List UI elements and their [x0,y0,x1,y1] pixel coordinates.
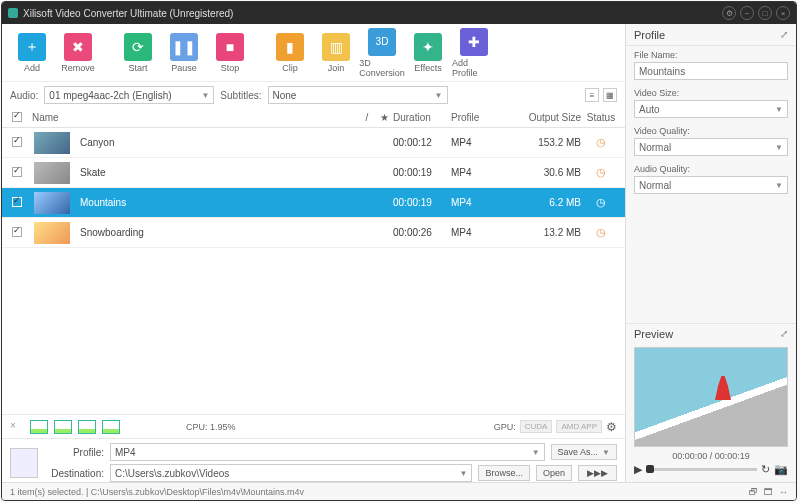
audio-quality-label: Audio Quality: [634,164,788,174]
cuda-badge[interactable]: CUDA [520,420,553,433]
3d-conversion-button[interactable]: 3D3D Conversion [360,28,404,78]
cpu-label: CPU: 1.95% [186,422,236,432]
cpu-spark [30,420,48,434]
row-checkbox[interactable] [12,137,22,147]
table-row[interactable]: Snowboarding 00:00:26 MP4 13.2 MB ◷ [2,218,625,248]
preview-slider[interactable] [646,468,757,471]
col-slash: / [359,112,375,123]
preview-image [634,347,788,447]
row-checkbox[interactable] [12,227,22,237]
audio-quality-dropdown[interactable]: Normal▼ [634,176,788,194]
cpu-spark [54,420,72,434]
video-size-dropdown[interactable]: Auto▼ [634,100,788,118]
table-row[interactable]: Skate 00:00:19 MP4 30.6 MB ◷ [2,158,625,188]
loop-icon[interactable]: ↻ [761,463,770,476]
profile-icon [10,448,38,478]
video-quality-label: Video Quality: [634,126,788,136]
expand-icon[interactable]: ⤢ [780,29,788,40]
filter-row: Audio: 01 mpeg4aac-2ch (English)▼ Subtit… [2,82,625,108]
file-list: Canyon 00:00:12 MP4 153.2 MB ◷ Skate 00:… [2,128,625,414]
col-profile[interactable]: Profile [451,112,521,123]
pause-button[interactable]: ❚❚Pause [162,33,206,73]
preview-time: 00:00:00 / 00:00:19 [626,451,796,461]
output-bar: Profile: MP4▼ Save As...▼ Destination: C… [2,438,625,482]
convert-big-button[interactable]: ▶▶▶ [578,465,617,481]
select-all-checkbox[interactable] [12,112,22,122]
browse-button[interactable]: Browse... [478,465,530,481]
status-bar: 1 item(s) selected. | C:\Users\s.zubkov\… [2,482,796,500]
file-name-label: File Name: [634,50,788,60]
row-checkbox[interactable] [12,197,22,207]
maximize-button[interactable]: □ [758,6,772,20]
clock-icon: ◷ [596,166,606,178]
clock-icon: ◷ [596,136,606,148]
col-star[interactable]: ★ [375,112,393,123]
status-icon[interactable]: 🗖 [764,487,773,497]
minimize-button[interactable]: − [740,6,754,20]
settings-window-button[interactable]: ⚙ [722,6,736,20]
open-button[interactable]: Open [536,465,572,481]
amd-badge[interactable]: AMD APP [556,420,602,433]
save-as-button[interactable]: Save As...▼ [551,444,617,460]
clip-button[interactable]: ▮Clip [268,33,312,73]
remove-button[interactable]: ✖Remove [56,33,100,73]
table-row[interactable]: Canyon 00:00:12 MP4 153.2 MB ◷ [2,128,625,158]
titlebar: Xilisoft Video Converter Ultimate (Unreg… [2,2,796,24]
list-header: Name / ★ Duration Profile Output Size St… [2,108,625,128]
subtitles-label: Subtitles: [220,90,261,101]
effects-button[interactable]: ✦Effects [406,33,450,73]
thumbnail [34,162,70,184]
app-icon [8,8,18,18]
view-list-button[interactable]: ≡ [585,88,599,102]
view-grid-button[interactable]: ▦ [603,88,617,102]
play-button[interactable]: ▶ [634,463,642,476]
profile-panel-header: Profile ⤢ [626,24,796,46]
add-button[interactable]: ＋Add [10,33,54,73]
status-text: 1 item(s) selected. | C:\Users\s.zubkov\… [10,487,304,497]
stop-button[interactable]: ■Stop [208,33,252,73]
file-name-input[interactable]: Mountains [634,62,788,80]
add-profile-button[interactable]: ✚Add Profile [452,28,496,78]
col-output-size[interactable]: Output Size [521,112,581,123]
snapshot-icon[interactable]: 📷 [774,463,788,476]
clock-icon: ◷ [596,196,606,208]
status-icon[interactable]: ↔ [779,487,788,497]
profile-dropdown[interactable]: MP4▼ [110,443,545,461]
clock-icon: ◷ [596,226,606,238]
video-size-label: Video Size: [634,88,788,98]
destination-label: Destination: [44,468,104,479]
expand-icon[interactable]: ⤢ [780,328,788,339]
window-title: Xilisoft Video Converter Ultimate (Unreg… [23,8,233,19]
chevron-down-icon: ▼ [435,91,443,100]
cpu-spark [78,420,96,434]
row-checkbox[interactable] [12,167,22,177]
preview-controls: ▶ ↻ 📷 [626,461,796,482]
close-window-button[interactable]: × [776,6,790,20]
thumbnail [34,132,70,154]
video-quality-dropdown[interactable]: Normal▼ [634,138,788,156]
thumbnail [34,222,70,244]
chevron-down-icon: ▼ [201,91,209,100]
col-name[interactable]: Name [28,112,359,123]
gpu-label: GPU: [494,422,516,432]
preview-header: Preview ⤢ [626,323,796,343]
table-row-selected[interactable]: Mountains 00:00:19 MP4 6.2 MB ◷ [2,188,625,218]
profile-label: Profile: [44,447,104,458]
col-status[interactable]: Status [581,112,621,123]
audio-label: Audio: [10,90,38,101]
thumbnail [34,192,70,214]
subtitles-dropdown[interactable]: None▼ [268,86,448,104]
cpu-spark [102,420,120,434]
join-button[interactable]: ▥Join [314,33,358,73]
close-panel-button[interactable]: × [10,420,24,434]
destination-input[interactable]: C:\Users\s.zubkov\Videos▼ [110,464,472,482]
gear-icon[interactable]: ⚙ [606,420,617,434]
toolbar: ＋Add ✖Remove ⟳Start ❚❚Pause ■Stop ▮Clip … [2,24,625,82]
performance-bar: × CPU: 1.95% GPU: CUDA AMD APP ⚙ [2,414,625,438]
col-duration[interactable]: Duration [393,112,451,123]
start-button[interactable]: ⟳Start [116,33,160,73]
audio-dropdown[interactable]: 01 mpeg4aac-2ch (English)▼ [44,86,214,104]
status-icon[interactable]: 🗗 [749,487,758,497]
